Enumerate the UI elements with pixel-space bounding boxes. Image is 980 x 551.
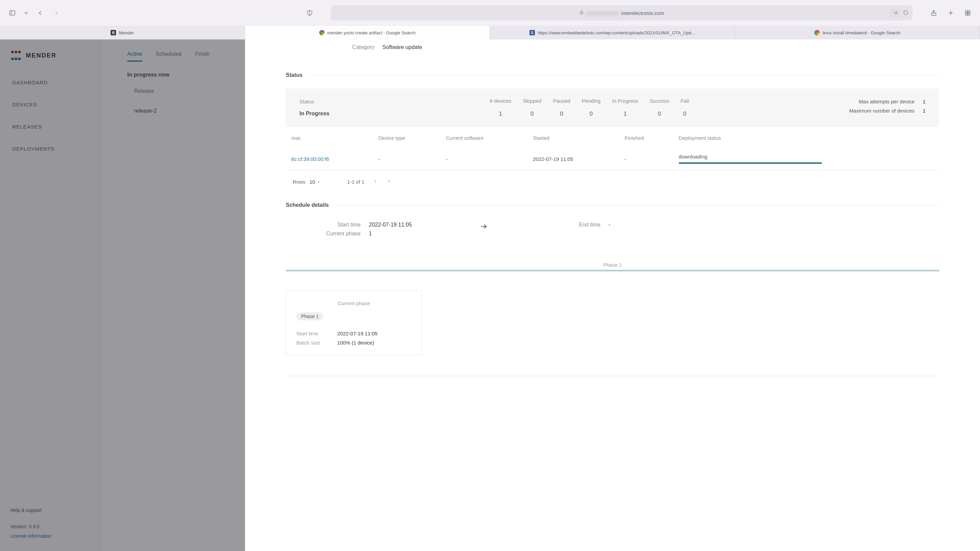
sched-phase-value: 1 [369,230,372,237]
n-paused: 0 [547,111,576,118]
th-mac: mac [286,127,373,148]
th-pending: Pending [576,98,606,110]
shield-icon[interactable] [304,8,315,18]
sidebar-toggle-icon[interactable] [7,8,18,18]
category-label: Category [306,44,374,50]
n-devices: 1 [484,111,517,118]
tab-google-1[interactable]: mender yocto create artifact - Google Se… [245,26,490,40]
tab-overview-icon[interactable] [962,8,973,18]
n-pending: 0 [576,111,606,118]
max-devices-value: 1 [923,108,926,114]
th-skipped: Skipped [517,98,547,110]
status-counts-table: # devices Skipped Paused Pending In Prog… [484,97,695,118]
max-attempts-value: 1 [923,98,926,105]
max-devices-label: Maximum number of devices [850,108,915,114]
tab-strip: B Mender mender yocto create artifact - … [0,26,980,40]
n-success: 0 [644,111,675,118]
schedule-section-title: Schedule details [286,202,329,208]
phase-batch-value: 100% (1 device) [337,340,374,346]
n-skipped: 0 [517,111,547,118]
sched-start-value: 2022-07-19 11:05 [369,222,412,228]
favicon-g-icon [814,30,820,35]
tab-google-2[interactable]: linux install timedatectl - Google Searc… [735,26,980,40]
max-attempts-label: Max attempts per device [859,98,914,105]
rows-per-page-select[interactable]: 10 [310,179,321,185]
cell-started: 2022-07-19 11:05 [527,148,619,170]
cell-devtype: - [373,148,440,170]
cell-mac[interactable]: 6c:cf:39:00:00:f6 [286,148,373,170]
sched-phase-label: Current phase [293,230,361,237]
th-success: Success [644,98,675,110]
status-label: Status [299,98,329,105]
forward-button[interactable] [51,8,62,18]
deployment-detail-panel: Category Software update Status Status I… [245,40,980,551]
svg-rect-7 [966,11,967,13]
svg-rect-0 [10,11,15,15]
th-started: Started [527,127,619,148]
th-paused: Paused [547,98,576,110]
th-inprogress: In Progress [607,98,644,110]
th-fail: Fail [675,98,694,110]
sched-start-label: Start time [293,222,361,228]
back-button[interactable] [35,8,46,18]
n-inprogress: 1 [607,111,644,118]
arrow-right-icon [480,222,488,232]
status-section-title: Status [286,72,302,78]
tab-label: Mender [119,30,134,35]
url-blurred-prefix: xxxxxxxxxxx [587,10,619,16]
devices-table: mac Device type Current software Started… [286,127,939,170]
phase-card: Current phase Phase 1 Start time 2022-07… [286,291,422,356]
chevron-down-icon [317,180,321,184]
svg-rect-8 [968,11,970,13]
th-cursw: Current software [440,127,527,148]
translate-icon[interactable]: ᵃA [891,10,900,16]
th-finished: Finished [619,127,673,148]
favicon-b-icon: B [111,30,116,35]
lock-icon [579,10,584,16]
phase-chip: Phase 1 [296,312,323,321]
th-devtype: Device type [373,127,440,148]
n-fail: 0 [675,111,694,118]
favicon-g-icon [319,30,325,35]
tab-label: https://www.embeddedartists.com/wp-conte… [538,30,695,35]
svg-rect-3 [580,12,583,14]
phase-bar-label: Phase 1 [286,262,939,268]
page-next-button[interactable] [386,179,392,185]
page-prev-button[interactable] [372,179,378,185]
svg-rect-9 [966,13,967,15]
tab-label: mender yocto create artifact - Google Se… [327,30,415,35]
share-icon[interactable] [928,8,939,18]
phase-track [286,270,939,272]
schedule-grid: Start time 2022-07-19 11:05 Current phas… [286,208,939,245]
category-value: Software update [382,44,422,50]
cell-depstat: downloading [679,154,822,159]
status-summary: Status In Progress # devices Skipped Pau… [286,89,939,127]
address-bar[interactable]: xxxxxxxxxxx interelectronix.com ᵃA [331,5,913,21]
new-tab-icon[interactable] [945,8,956,18]
chevron-down-icon[interactable] [23,8,29,18]
table-row[interactable]: 6c:cf:39:00:00:f6 - - 2022-07-19 11:05 -… [286,148,939,170]
cell-finished: - [619,148,673,170]
progress-bar [679,162,822,164]
sched-end-label: End time [556,222,600,228]
cell-cursw: - [440,148,527,170]
rows-label: Rows [293,179,305,185]
phase-start-label: Start time [296,330,331,337]
th-devices: # devices [484,98,517,110]
status-value: In Progress [299,111,329,117]
page-range: 1-1 of 1 [347,179,364,185]
svg-rect-10 [968,13,970,15]
favicon-e-icon: E [530,30,535,35]
divider [309,75,939,76]
phase-start-value: 2022-07-19 11:05 [337,330,377,337]
tab-mender[interactable]: B Mender [0,26,245,40]
tab-label: linux install timedatectl - Google Searc… [822,30,900,35]
reload-icon[interactable] [903,10,908,16]
url-suffix: interelectronix.com [621,10,664,16]
sched-end-value: - [608,222,610,228]
divider [336,205,939,205]
th-depstat: Deployment status [673,127,939,148]
phase-card-title: Current phase [296,300,411,306]
pagination: Rows 10 1-1 of 1 [286,170,939,202]
tab-embedded[interactable]: E https://www.embeddedartists.com/wp-con… [490,26,735,40]
